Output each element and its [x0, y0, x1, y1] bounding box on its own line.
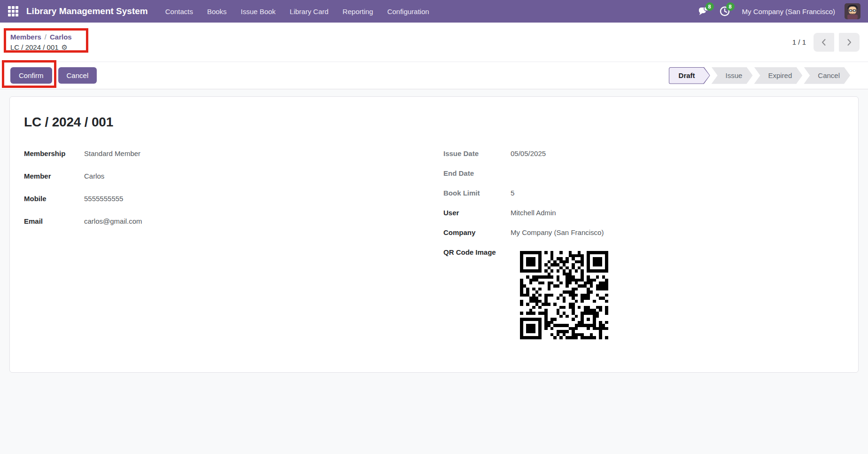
messages-count-badge: 8	[705, 2, 714, 11]
breadcrumb-link-carlos[interactable]: Carlos	[50, 33, 72, 41]
messages-icon[interactable]: 8	[696, 3, 712, 19]
statusbar-stage-cancel[interactable]: Cancel	[804, 67, 850, 84]
top-navbar: Library Management System Contacts Books…	[0, 0, 868, 23]
breadcrumb-link-members[interactable]: Members	[10, 33, 41, 41]
pager-previous-button[interactable]	[814, 33, 834, 52]
field-value-mobile[interactable]: 5555555555	[84, 195, 123, 203]
confirm-button[interactable]: Confirm	[10, 67, 52, 84]
record-title: LC / 2024 / 001	[24, 115, 844, 130]
activities-count-badge: 8	[726, 2, 735, 11]
menu-contacts[interactable]: Contacts	[159, 5, 199, 18]
statusbar-stage-draft-label: Draft	[669, 68, 710, 84]
field-row-email: Email carlos@gmail.com	[24, 217, 425, 226]
field-row-issue-date: Issue Date 05/05/2025	[443, 149, 844, 158]
field-label-membership: Membership	[24, 149, 84, 157]
menu-library-card[interactable]: Library Card	[284, 5, 335, 18]
statusbar-stage-issue[interactable]: Issue	[712, 67, 753, 84]
field-label-issue-date: Issue Date	[443, 149, 511, 157]
breadcrumb-current-record: LC / 2024 / 001	[10, 42, 59, 53]
field-label-email: Email	[24, 217, 84, 225]
company-switcher[interactable]: My Company (San Francisco)	[742, 8, 835, 16]
field-row-mobile: Mobile 5555555555	[24, 195, 425, 204]
field-row-member: Member Carlos	[24, 172, 425, 181]
form-view: LC / 2024 / 001 Membership Standard Memb…	[0, 89, 868, 380]
field-row-company: Company My Company (San Francisco)	[443, 228, 844, 237]
pager-next-button[interactable]	[839, 33, 860, 52]
statusbar-stage-expired[interactable]: Expired	[754, 67, 802, 84]
field-label-user: User	[443, 209, 511, 217]
field-label-end-date: End Date	[443, 169, 511, 177]
user-avatar[interactable]	[845, 3, 860, 19]
control-panel: Members/Carlos LC / 2024 / 001 ⚙ 1 / 1 C…	[0, 23, 868, 89]
field-value-company[interactable]: My Company (San Francisco)	[511, 228, 604, 236]
field-row-qr-code: QR Code Image	[443, 248, 844, 342]
field-value-membership[interactable]: Standard Member	[84, 149, 140, 157]
qr-code-image	[517, 248, 611, 342]
menu-reporting[interactable]: Reporting	[336, 5, 379, 18]
menu-issue-book[interactable]: Issue Book	[235, 5, 282, 18]
breadcrumb-separator: /	[45, 33, 46, 41]
statusbar: Draft Issue Expired Cancel	[669, 67, 850, 84]
field-label-company: Company	[443, 228, 511, 236]
statusbar-stage-draft[interactable]: Draft	[669, 67, 710, 84]
field-row-user: User Mitchell Admin	[443, 209, 844, 218]
field-label-mobile: Mobile	[24, 195, 84, 203]
chevron-left-icon	[819, 37, 829, 47]
field-row-end-date: End Date	[443, 169, 844, 178]
chevron-right-icon	[844, 37, 854, 47]
activities-clock-icon[interactable]: 8	[717, 3, 733, 19]
field-label-book-limit: Book Limit	[443, 189, 511, 197]
pager-value: 1 / 1	[792, 38, 806, 46]
apps-grid-icon[interactable]	[8, 6, 19, 17]
field-row-membership: Membership Standard Member	[24, 149, 425, 158]
field-label-qr-code: QR Code Image	[443, 248, 511, 256]
app-title[interactable]: Library Management System	[26, 6, 148, 16]
field-value-issue-date[interactable]: 05/05/2025	[511, 149, 546, 157]
gear-actions-icon[interactable]: ⚙	[62, 42, 68, 53]
field-value-book-limit[interactable]: 5	[511, 189, 514, 197]
cancel-button[interactable]: Cancel	[58, 67, 97, 84]
field-value-member[interactable]: Carlos	[84, 172, 104, 180]
field-row-book-limit: Book Limit 5	[443, 189, 844, 198]
menu-configuration[interactable]: Configuration	[381, 5, 435, 18]
breadcrumb: Members/Carlos LC / 2024 / 001 ⚙	[10, 32, 72, 53]
record-pager: 1 / 1	[792, 33, 860, 52]
field-value-user[interactable]: Mitchell Admin	[511, 209, 556, 217]
right-field-group: Issue Date 05/05/2025 End Date Book Limi…	[443, 149, 844, 353]
main-menu: Contacts Books Issue Book Library Card R…	[159, 5, 435, 18]
left-field-group: Membership Standard Member Member Carlos…	[24, 149, 425, 353]
form-sheet: LC / 2024 / 001 Membership Standard Memb…	[9, 96, 859, 373]
menu-books[interactable]: Books	[201, 5, 233, 18]
field-label-member: Member	[24, 172, 84, 180]
field-value-email[interactable]: carlos@gmail.com	[84, 217, 142, 225]
